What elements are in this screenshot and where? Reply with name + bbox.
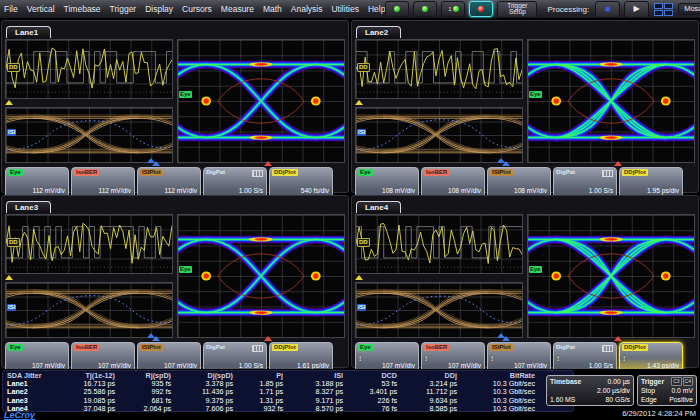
menu-item-math[interactable]: Math — [263, 4, 282, 14]
timebase-title: Timebase — [550, 377, 581, 386]
menu-items: FileVerticalTimebaseTriggerDisplayCursor… — [4, 4, 385, 14]
trigger-slope: Positive — [669, 395, 693, 404]
descriptor-label: IsoBER — [424, 344, 449, 351]
single-count-label: 1 — [448, 6, 451, 12]
digital-pattern-icon — [602, 345, 613, 352]
descriptor-value: 540 fs/div — [272, 187, 329, 195]
eye-diagram-plot[interactable]: Eye — [177, 214, 345, 338]
mosaic-button[interactable]: Mosaic — [678, 3, 700, 16]
toolbar-right: 1 Trigger Setup Processing: ■ ▶ Mosaic Z… — [385, 1, 700, 18]
digital-pattern-icon — [252, 170, 263, 177]
trigger-stop-button[interactable] — [469, 1, 493, 17]
menu-item-utilities[interactable]: Utilities — [331, 4, 358, 14]
menu-item-analysis[interactable]: Analysis — [291, 4, 323, 14]
lecroy-logo: LeCroy — [4, 410, 35, 420]
lane-body: DD ISI Eye — [2, 214, 348, 338]
isi-trace-badge: ISI — [7, 129, 16, 136]
blue-marker[interactable] — [502, 161, 510, 166]
sda-jitter-table[interactable]: SDA JitterTj(1e-12)Rj(spD)Dj(spD)PjISIDC… — [2, 370, 574, 412]
trigger-setup-label-2: Setup — [509, 8, 526, 15]
updown-arrow-icon: ↕ — [358, 354, 362, 363]
jitter-cell: 2.064 ps — [119, 405, 175, 413]
trigger-level: 0.0 mV — [671, 386, 693, 395]
isi-trace — [6, 283, 172, 337]
lane-panel: Lane2 DD ISI Eye — [351, 20, 699, 193]
jitter-cell: 37.048 ps — [57, 405, 119, 413]
descriptor-label: DDjPlot — [622, 169, 648, 176]
eye-trace-badge: Eye — [529, 266, 542, 273]
trigger-source-c4-badge: C4 — [683, 377, 693, 386]
blue-marker[interactable] — [502, 336, 510, 341]
processing-play-button[interactable]: ▶ — [624, 1, 649, 18]
menu-item-measure[interactable]: Measure — [221, 4, 254, 14]
descriptor-label: DigPat — [206, 344, 227, 351]
updown-arrow-icon: ↕ — [622, 354, 626, 363]
trigger-box[interactable]: Trigger C3 C4 Stop0.0 mV EdgePositive — [637, 375, 697, 406]
lane-left-column: DD ISI — [355, 214, 523, 338]
eye-diagram-plot[interactable]: Eye — [527, 39, 695, 163]
lane-body: DD ISI Eye — [2, 39, 348, 163]
red-light-icon — [478, 6, 484, 12]
digpat-waveform-plot[interactable]: DD — [5, 39, 173, 99]
eye-diagram-plot[interactable]: Eye — [177, 39, 345, 163]
eye-trace — [528, 40, 694, 162]
isi-plot[interactable]: ISI — [5, 282, 173, 338]
descriptor-label: DigPat — [206, 169, 227, 176]
digpat-trace-badge: DD — [357, 238, 370, 247]
jitter-cell: 8.570 ps — [287, 405, 347, 413]
updown-arrow-icon: ↕ — [490, 354, 494, 363]
blue-marker[interactable] — [152, 336, 160, 341]
trigger-auto-button[interactable] — [385, 1, 409, 17]
isi-plot[interactable]: ISI — [355, 282, 523, 338]
descriptor-label: ISIPlot — [490, 169, 513, 176]
menu-item-timebase[interactable]: Timebase — [64, 4, 101, 14]
mosaic-grid-icon[interactable] — [653, 2, 674, 17]
trigger-normal-button[interactable] — [413, 1, 437, 17]
red-marker[interactable] — [264, 336, 272, 341]
eye-trace-badge: Eye — [179, 91, 192, 98]
digital-pattern-icon — [602, 170, 613, 177]
red-marker[interactable] — [614, 336, 622, 341]
blue-marker[interactable] — [152, 161, 160, 166]
isi-trace-badge: ISI — [357, 129, 366, 136]
isi-plot[interactable]: ISI — [355, 107, 523, 163]
green-light-icon — [394, 6, 400, 12]
menu-item-cursors[interactable]: Cursors — [182, 4, 212, 14]
eye-diagram-plot[interactable]: Eye — [527, 214, 695, 338]
lane-tab[interactable]: Lane4 — [356, 201, 401, 213]
digpat-trace-badge: DD — [7, 238, 20, 247]
trigger-level-marker[interactable] — [5, 275, 13, 280]
red-marker[interactable] — [264, 161, 272, 166]
trigger-level-marker[interactable] — [355, 275, 363, 280]
menu-item-vertical[interactable]: Vertical — [27, 4, 55, 14]
waveform-trace — [6, 215, 172, 273]
descriptor-label: IsoBER — [74, 169, 99, 176]
descriptor-label: DigPat — [556, 169, 577, 176]
jitter-cell: 76 fs — [347, 405, 401, 413]
lane-panel: Lane3 DD ISI Eye — [1, 195, 349, 368]
menu-item-file[interactable]: File — [4, 4, 18, 14]
eye-trace — [178, 215, 344, 337]
descriptor-label: DDjPlot — [272, 169, 298, 176]
trigger-level-marker[interactable] — [5, 100, 13, 105]
processing-stop-button[interactable]: ■ — [595, 1, 620, 18]
isi-plot[interactable]: ISI — [5, 107, 173, 163]
digpat-waveform-plot[interactable]: DD — [355, 214, 523, 274]
digpat-waveform-plot[interactable]: DD — [355, 39, 523, 99]
processing-label: Processing: — [547, 5, 589, 14]
red-marker[interactable] — [614, 161, 622, 166]
lane-tab[interactable]: Lane1 — [6, 26, 51, 38]
isi-trace — [6, 108, 172, 162]
lane-tab[interactable]: Lane2 — [356, 26, 401, 38]
lane-tab[interactable]: Lane3 — [6, 201, 51, 213]
trigger-level-marker[interactable] — [355, 100, 363, 105]
menu-item-display[interactable]: Display — [145, 4, 173, 14]
trigger-setup-button[interactable]: Trigger Setup — [497, 1, 537, 18]
descriptor-value: 1.95 ps/div — [622, 187, 679, 195]
lane-panel: Lane1 DD ISI Eye — [1, 20, 349, 193]
menu-item-trigger[interactable]: Trigger — [110, 4, 137, 14]
timebase-box[interactable]: Timebase0.00 µs 2.00 µs/div 1.60 MS80 GS… — [546, 375, 634, 406]
menu-item-help[interactable]: Help — [368, 4, 385, 14]
digpat-waveform-plot[interactable]: DD — [5, 214, 173, 274]
trigger-single-button[interactable]: 1 — [441, 1, 465, 17]
